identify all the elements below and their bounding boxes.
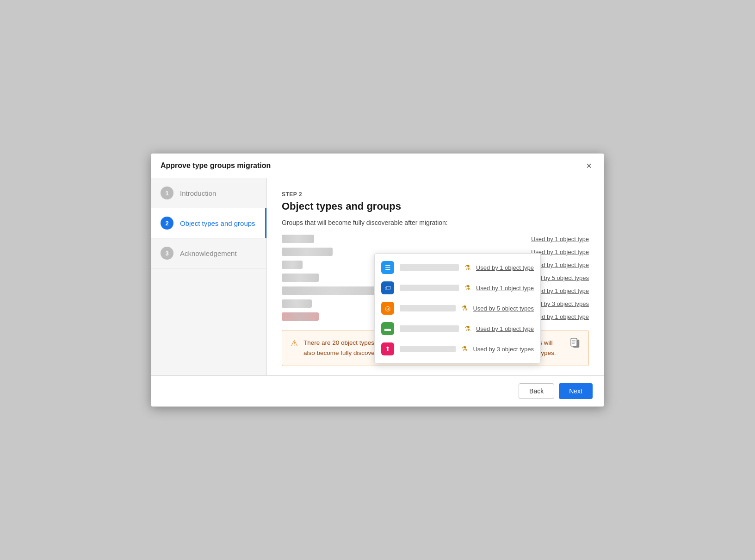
step-desc: Groups that will become fully discoverab… (282, 219, 589, 226)
step-circle-2: 2 (161, 217, 173, 230)
popup-row-2: 🏷 ⚗ Used by 1 object type (375, 278, 540, 298)
close-button[interactable]: × (583, 160, 594, 171)
flask-icon-3: ⚗ (461, 304, 467, 312)
sidebar-item-object-types[interactable]: 2 Object types and groups (151, 208, 266, 238)
popup-icon-1: ☰ (381, 261, 394, 274)
step-circle-3: 3 (161, 247, 173, 260)
sidebar: 1 Introduction 2 Object types and groups… (151, 178, 267, 375)
main-content: STEP 2 Object types and groups Groups th… (267, 178, 604, 375)
sidebar-item-acknowledgement[interactable]: 3 Acknowledgement (151, 238, 266, 268)
popup-link-3[interactable]: Used by 5 object types (473, 305, 534, 312)
group-bar-5 (282, 286, 384, 295)
popup-icon-3: ◎ (381, 302, 394, 315)
group-bar-3 (282, 261, 303, 269)
step-label-introduction: Introduction (180, 187, 216, 198)
groups-list: Used by 1 object type Used by 1 object t… (282, 235, 589, 321)
modal-title: Approve type groups migration (161, 162, 271, 170)
sidebar-item-introduction[interactable]: 1 Introduction (151, 178, 266, 208)
popup-row-4: ▬ ⚗ Used by 1 object type (375, 318, 540, 339)
popup-name-5 (400, 346, 456, 352)
group-bar-2 (282, 248, 333, 256)
popup-link-1[interactable]: Used by 1 object type (476, 264, 534, 271)
back-button[interactable]: Back (519, 383, 554, 399)
clipboard-button[interactable] (570, 338, 580, 351)
popup-name-1 (400, 264, 459, 271)
popup-name-3 (400, 305, 456, 311)
popup-link-5[interactable]: Used by 3 object types (473, 346, 534, 353)
popup-row-5: ⬆ ⚗ Used by 3 object types (375, 339, 540, 359)
group-row-1: Used by 1 object type (282, 235, 589, 243)
step-title: Object types and groups (282, 200, 589, 212)
group-bar-1 (282, 235, 314, 243)
popup-card: ☰ ⚗ Used by 1 object type 🏷 ⚗ Used by 1 … (374, 253, 541, 363)
flask-icon-1: ⚗ (464, 263, 470, 272)
popup-link-2[interactable]: Used by 1 object type (476, 285, 534, 292)
next-button[interactable]: Next (559, 383, 593, 399)
step-label-top: STEP 2 (282, 191, 589, 198)
group-bar-7 (282, 312, 319, 321)
warning-icon: ⚠ (291, 338, 298, 348)
popup-row-1: ☰ ⚗ Used by 1 object type (375, 257, 540, 278)
flask-icon-5: ⚗ (461, 345, 467, 353)
flask-icon-4: ⚗ (464, 324, 470, 333)
popup-icon-5: ⬆ (381, 342, 394, 355)
modal: Approve type groups migration × 1 Introd… (151, 153, 604, 406)
group-bar-4 (282, 274, 319, 282)
modal-header: Approve type groups migration × (151, 154, 604, 178)
popup-link-4[interactable]: Used by 1 object type (476, 325, 534, 332)
modal-footer: Back Next (151, 375, 604, 406)
step-label-acknowledgement: Acknowledgement (180, 247, 237, 258)
step-circle-1: 1 (161, 187, 173, 199)
step-label-object-types: Object types and groups (180, 217, 255, 228)
popup-icon-4: ▬ (381, 322, 394, 335)
flask-icon-2: ⚗ (464, 284, 470, 292)
group-bar-6 (282, 299, 312, 308)
popup-row-3: ◎ ⚗ Used by 5 object types (375, 298, 540, 318)
popup-icon-2: 🏷 (381, 281, 394, 294)
popup-name-2 (400, 285, 459, 291)
group-link-1[interactable]: Used by 1 object type (531, 236, 589, 243)
popup-name-4 (400, 325, 459, 332)
modal-body: 1 Introduction 2 Object types and groups… (151, 178, 604, 375)
